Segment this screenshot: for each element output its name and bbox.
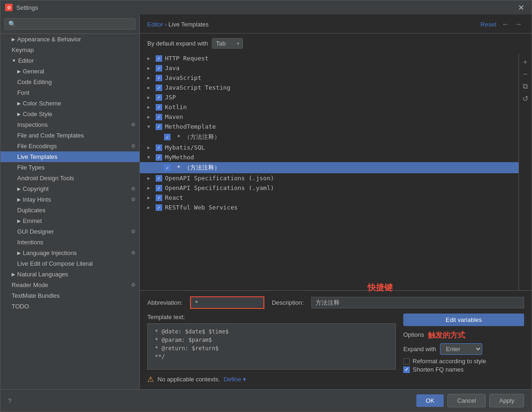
sidebar-item-gui-designer[interactable]: GUI Designer ⚙ (0, 226, 139, 237)
tree-item-java[interactable]: ▶ Java (140, 63, 519, 73)
sidebar-item-label: Copyright (23, 185, 49, 192)
sidebar-item-color-scheme[interactable]: ▶ Color Scheme (0, 98, 139, 109)
item-checkbox[interactable] (156, 144, 162, 151)
sidebar-item-copyright[interactable]: ▶ Copyright ⚙ (0, 183, 139, 194)
sidebar-item-todo[interactable]: TODO (0, 301, 139, 312)
reset-item-button[interactable]: ↺ (520, 93, 531, 104)
item-checkbox[interactable] (156, 154, 162, 161)
window-title: Settings (16, 4, 38, 11)
item-checkbox[interactable] (156, 55, 162, 62)
expand-with-row: Expand with Enter Tab Space (403, 343, 524, 355)
ok-button[interactable]: OK (416, 394, 444, 407)
expand-arrow-icon: ▶ (147, 85, 153, 90)
remove-button[interactable]: − (520, 69, 531, 79)
sidebar-item-intentions[interactable]: Intentions (0, 237, 139, 248)
sidebar-item-file-types[interactable]: File Types (0, 162, 139, 173)
item-checkbox[interactable] (164, 134, 171, 140)
item-checkbox[interactable] (156, 204, 162, 211)
sidebar-badge: ⚙ (131, 250, 136, 256)
expand-arrow-icon: ▶ (147, 75, 153, 80)
breadcrumb-editor[interactable]: Editor (147, 21, 163, 28)
expand-with-select[interactable]: Tab Enter Space (212, 38, 243, 49)
tree-item-jsp[interactable]: ▶ JSP (140, 92, 519, 102)
tree-item-mt-child[interactable]: * （方法注释） (140, 131, 519, 143)
close-button[interactable]: ✕ (515, 2, 527, 13)
description-label: Description: (272, 299, 304, 306)
sidebar-item-emmet[interactable]: ▶ Emmet (0, 216, 139, 226)
tree-item-react[interactable]: ▶ React (140, 193, 519, 203)
forward-button[interactable]: → (513, 19, 524, 29)
sidebar-item-live-templates[interactable]: Live Templates (0, 151, 139, 162)
tree-item-openapi-json[interactable]: ▶ OpenAPI Specifications (.json) (140, 173, 519, 183)
abbreviation-input[interactable] (190, 296, 264, 309)
item-checkbox[interactable] (156, 94, 162, 101)
tree-item-javascript[interactable]: ▶ JavaScript (140, 73, 519, 83)
expand-arrow-icon: ▼ (147, 124, 153, 129)
apply-button[interactable]: Apply (489, 394, 524, 407)
item-checkbox[interactable] (156, 195, 162, 201)
edit-variables-button[interactable]: Edit variables (403, 314, 524, 326)
sidebar-item-keymap[interactable]: Keymap (0, 45, 139, 55)
back-button[interactable]: ← (500, 19, 511, 29)
expand-row: By default expand with Tab Enter Space (140, 33, 532, 53)
options-label: Options (403, 331, 424, 338)
tree-item-label: JavaScript Testing (165, 84, 230, 91)
cancel-button[interactable]: Cancel (447, 394, 486, 407)
sidebar-item-file-code-templates[interactable]: File and Code Templates (0, 130, 139, 141)
item-checkbox[interactable] (156, 104, 162, 111)
sidebar-item-appearance-behavior[interactable]: ▶ Appearance & Behavior (0, 34, 139, 45)
sidebar-item-reader-mode[interactable]: Reader Mode ⚙ (0, 280, 139, 290)
tree-item-mybatis-sql[interactable]: ▶ Mybatis/SQL (140, 143, 519, 152)
sidebar-item-code-style[interactable]: ▶ Code Style (0, 109, 139, 119)
item-checkbox[interactable] (156, 85, 162, 91)
sidebar-item-label: Editor (18, 57, 34, 64)
item-checkbox[interactable] (156, 124, 162, 130)
expand-arrow-icon: ▶ (147, 176, 153, 181)
sidebar-item-duplicates[interactable]: Duplicates (0, 205, 139, 216)
define-link[interactable]: Define ▾ (223, 376, 246, 383)
sidebar-item-general[interactable]: ▶ General (0, 66, 139, 77)
tree-item-openapi-yaml[interactable]: ▶ OpenAPI Specifications (.yaml) (140, 183, 519, 193)
sidebar-item-inlay-hints[interactable]: ▶ Inlay Hints ⚙ (0, 194, 139, 205)
tree-item-javascript-testing[interactable]: ▶ JavaScript Testing (140, 83, 519, 92)
item-checkbox[interactable] (156, 185, 162, 191)
tree-item-mm-child[interactable]: * （方法注释） (140, 162, 519, 173)
search-input[interactable] (4, 18, 136, 30)
shorten-checkbox[interactable] (403, 366, 410, 373)
sidebar-item-inspections[interactable]: Inspections ⚙ (0, 119, 139, 130)
item-checkbox[interactable] (156, 75, 162, 81)
header-right: Reset ← → (480, 19, 524, 29)
tree-item-maven[interactable]: ▶ Maven (140, 112, 519, 122)
item-checkbox[interactable] (164, 164, 171, 171)
description-input[interactable] (311, 297, 524, 308)
sidebar-item-file-encodings[interactable]: File Encodings ⚙ (0, 141, 139, 151)
sidebar-item-code-editing[interactable]: Code Editing (0, 77, 139, 87)
sidebar-item-textmate-bundles[interactable]: TextMate Bundles (0, 290, 139, 301)
expand-label: By default expand with (147, 40, 208, 47)
item-checkbox[interactable] (156, 114, 162, 120)
add-button[interactable]: + (520, 57, 531, 67)
template-textarea[interactable]: * @date: $date$ $time$ * @param: $param$… (147, 323, 396, 370)
tree-item-restful-web[interactable]: ▶ RESTful Web Services (140, 203, 519, 212)
sidebar-item-live-edit-compose[interactable]: Live Edit of Compose Literal (0, 258, 139, 269)
tree-item-kotlin[interactable]: ▶ Kotlin (140, 102, 519, 112)
copy-button[interactable]: ⧉ (520, 81, 531, 92)
sidebar-item-label: Duplicates (17, 207, 46, 214)
tree-item-label: Kotlin (165, 104, 187, 111)
tree-item-mymethod[interactable]: ▼ MyMethod (140, 152, 519, 162)
item-checkbox[interactable] (156, 175, 162, 182)
tree-item-http-request[interactable]: ▶ HTTP Request (140, 53, 519, 63)
expand-with-detail-select[interactable]: Enter Tab Space (440, 343, 482, 355)
expand-arrow-icon: ▶ (147, 56, 153, 61)
sidebar-item-editor[interactable]: ▼ Editor (0, 55, 139, 66)
sidebar-item-font[interactable]: Font (0, 87, 139, 98)
sidebar-item-label: Natural Languages (17, 271, 68, 278)
item-checkbox[interactable] (156, 65, 162, 72)
sidebar-item-natural-languages[interactable]: ▶ Natural Languages (0, 269, 139, 280)
sidebar-item-language-injections[interactable]: ▶ Language Injections ⚙ (0, 248, 139, 258)
tree-item-method-template[interactable]: ▼ MethodTemplate (140, 122, 519, 131)
sidebar-item-android-design-tools[interactable]: Android Design Tools (0, 173, 139, 183)
reset-button[interactable]: Reset (480, 21, 496, 28)
reformat-checkbox[interactable] (403, 358, 410, 365)
help-button[interactable]: ? (8, 397, 12, 405)
